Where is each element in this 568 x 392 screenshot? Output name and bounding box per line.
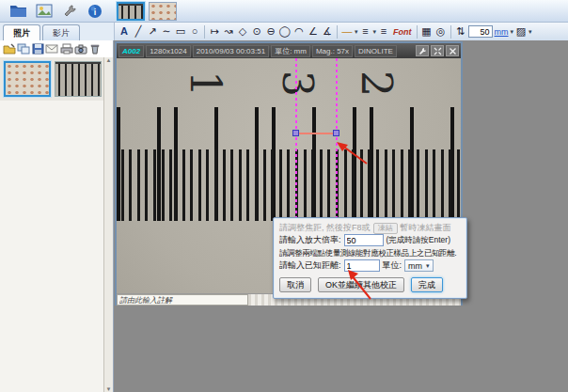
cancel-button[interactable]: 取消 bbox=[279, 277, 311, 292]
magnification-spinner[interactable]: ⇅ bbox=[454, 24, 467, 39]
line-width-picker[interactable]: ≡ bbox=[377, 24, 390, 39]
image-window-titlebar[interactable]: A002 1280x1024 2010/09/03 00:03:51 單位: m… bbox=[117, 43, 461, 58]
drawing-toolbar: A ╱ ↗ ∼ ▭ ○ ↦ ↝ ◇ ⊙ ⊖ ◯ ◠ ∠ ∡ —▾ ≡▾ ≡ Fo… bbox=[114, 23, 568, 40]
step4-label: 請輸入已知距離: bbox=[279, 259, 341, 272]
ruler-number-3: 3 bbox=[275, 61, 320, 106]
measure-circle-3pt-tool[interactable]: ◯ bbox=[278, 24, 292, 39]
ellipse-tool[interactable]: ○ bbox=[188, 24, 201, 39]
text-tool[interactable]: A bbox=[118, 24, 131, 39]
magnification-input[interactable] bbox=[468, 25, 493, 38]
window-fit-button[interactable] bbox=[431, 45, 444, 56]
svg-text:i: i bbox=[94, 8, 97, 17]
background-dropdown-arrow[interactable]: ▾ bbox=[529, 28, 532, 36]
unit-dropdown-arrow[interactable]: ▾ bbox=[511, 28, 514, 36]
finish-button[interactable]: 完成 bbox=[411, 277, 443, 292]
measure-polyline-tool[interactable]: ↝ bbox=[222, 24, 235, 39]
window-close-button[interactable] bbox=[446, 45, 459, 56]
ruler-minor-ticks bbox=[117, 149, 461, 221]
dialog-unit-dropdown[interactable]: mm ▾ bbox=[404, 259, 434, 272]
calibration-measure-line[interactable] bbox=[295, 133, 337, 134]
calibration-dialog: 請調整焦距, 然後按F8或 凍結 暫時凍結畫面 請輸入放大倍率: (完成時請按E… bbox=[273, 217, 467, 299]
dialog-unit-value: mm bbox=[408, 261, 422, 271]
zoom-button[interactable]: ◎ bbox=[434, 24, 448, 39]
dot-pattern-image-tab[interactable] bbox=[149, 2, 177, 21]
unit-label: 單位: bbox=[383, 259, 402, 272]
measure-circle-diameter-tool[interactable]: ⊖ bbox=[264, 24, 277, 39]
step1-text: 請調整焦距, 然後按F8或 bbox=[279, 222, 371, 234]
sidebar-scrollbar[interactable]: ▲ ▼ bbox=[103, 57, 113, 392]
ok-continue-button[interactable]: OK並繼續其他校正 bbox=[318, 277, 404, 292]
magnification-badge: Mag.: 57x bbox=[312, 45, 353, 57]
toolbar-separator bbox=[204, 25, 205, 39]
scroll-down-icon[interactable]: ▼ bbox=[106, 386, 112, 392]
line-color-picker[interactable]: — bbox=[340, 24, 354, 39]
tools-icon[interactable] bbox=[60, 3, 79, 20]
freeze-button[interactable]: 凍結 bbox=[373, 223, 398, 234]
copy-image-icon[interactable] bbox=[17, 42, 30, 55]
secondary-toolbar-row: 照片 影片 A ╱ ↗ ∼ ▭ ○ ↦ ↝ ◇ ⊙ ⊖ ◯ ◠ ∠ ∡ —▾ ≡… bbox=[0, 23, 568, 40]
right-measure-handle[interactable] bbox=[333, 130, 339, 136]
window-settings-button[interactable] bbox=[416, 45, 429, 56]
tab-photos[interactable]: 照片 bbox=[3, 24, 40, 40]
main-toolbar-icons: i bbox=[0, 0, 114, 22]
grid-button[interactable]: ▦ bbox=[420, 24, 434, 39]
dialog-unit-dropdown-arrow: ▾ bbox=[426, 262, 430, 270]
open-image-tabs bbox=[114, 0, 177, 22]
photo-sidebar: ▲ ▼ bbox=[0, 40, 114, 392]
step3-text: 請調整兩端點使量測線能對應校正樣品上之已知距離. bbox=[279, 248, 456, 259]
step2-hint: (完成時請按Enter) bbox=[387, 235, 450, 246]
rectangle-tool[interactable]: ▭ bbox=[174, 24, 187, 39]
ruler-number-1: 1 bbox=[182, 61, 228, 106]
dot-pattern-thumbnail[interactable] bbox=[4, 61, 51, 97]
dialog-magnification-input[interactable] bbox=[344, 234, 384, 246]
measure-polygon-tool[interactable]: ◇ bbox=[236, 24, 249, 39]
delete-icon[interactable] bbox=[88, 42, 102, 55]
line-style-picker[interactable]: ≡ bbox=[359, 24, 372, 39]
measure-circle-center-tool[interactable]: ⊙ bbox=[250, 24, 263, 39]
line-color-dropdown-arrow[interactable]: ▾ bbox=[355, 28, 358, 36]
measure-arc-tool[interactable]: ◠ bbox=[292, 24, 306, 39]
unit-badge: 單位: mm bbox=[271, 45, 310, 57]
sidebar-icon-bar bbox=[0, 40, 113, 57]
ruler-image-tab[interactable] bbox=[117, 2, 145, 21]
unit-dropdown[interactable]: mm bbox=[494, 27, 510, 37]
image-id-badge: A002 bbox=[118, 45, 144, 57]
measure-angle-tool[interactable]: ∠ bbox=[307, 24, 320, 39]
image-settings-icon[interactable] bbox=[35, 3, 54, 20]
print-icon[interactable] bbox=[60, 42, 73, 55]
annotation-input[interactable] bbox=[117, 294, 248, 306]
window-buttons bbox=[416, 45, 459, 56]
arrow-tool[interactable]: ↗ bbox=[146, 24, 159, 39]
line-tool[interactable]: ╱ bbox=[132, 24, 145, 39]
open-file-icon[interactable] bbox=[3, 42, 16, 55]
email-icon[interactable] bbox=[45, 42, 58, 55]
measure-angle-4pt-tool[interactable]: ∡ bbox=[321, 24, 334, 39]
toolbar-separator bbox=[417, 25, 418, 39]
font-button[interactable]: Font bbox=[391, 27, 414, 37]
capture-icon[interactable] bbox=[74, 42, 87, 55]
toolbar-separator bbox=[337, 25, 338, 39]
background-picker[interactable]: ▨ bbox=[514, 24, 528, 39]
save-icon[interactable] bbox=[31, 42, 44, 55]
resolution-badge: 1280x1024 bbox=[146, 45, 191, 57]
ruler-thumbnail[interactable] bbox=[55, 61, 102, 97]
workspace: A002 1280x1024 2010/09/03 00:03:51 單位: m… bbox=[114, 40, 568, 392]
folder-icon[interactable] bbox=[9, 3, 28, 20]
timestamp-badge: 2010/09/03 00:03:51 bbox=[193, 45, 269, 57]
freehand-tool[interactable]: ∼ bbox=[160, 24, 173, 39]
measure-line-tool[interactable]: ↦ bbox=[208, 24, 221, 39]
main-toolbar: i bbox=[0, 0, 568, 23]
known-distance-input[interactable] bbox=[344, 259, 380, 272]
dinocapture-app: i 照片 影片 A ╱ ↗ ∼ ▭ ○ ↦ ↝ ◇ ⊙ ⊖ ◯ ◠ ∠ bbox=[0, 0, 568, 392]
tab-videos[interactable]: 影片 bbox=[42, 24, 80, 40]
scroll-up-icon[interactable]: ▲ bbox=[106, 57, 112, 63]
step2-label: 請輸入放大倍率: bbox=[279, 234, 341, 246]
device-badge: DINOLITE bbox=[355, 45, 397, 57]
thumbnail-list bbox=[0, 57, 113, 101]
line-style-dropdown-arrow[interactable]: ▾ bbox=[373, 28, 377, 36]
content-row: ▲ ▼ A002 1280x1024 2010/09/03 00:03:51 單… bbox=[0, 40, 568, 392]
step1-text-after: 暫時凍結畫面 bbox=[401, 222, 451, 234]
left-measure-handle[interactable] bbox=[292, 130, 299, 136]
toolbar-separator bbox=[450, 25, 451, 39]
info-icon[interactable]: i bbox=[86, 3, 104, 20]
